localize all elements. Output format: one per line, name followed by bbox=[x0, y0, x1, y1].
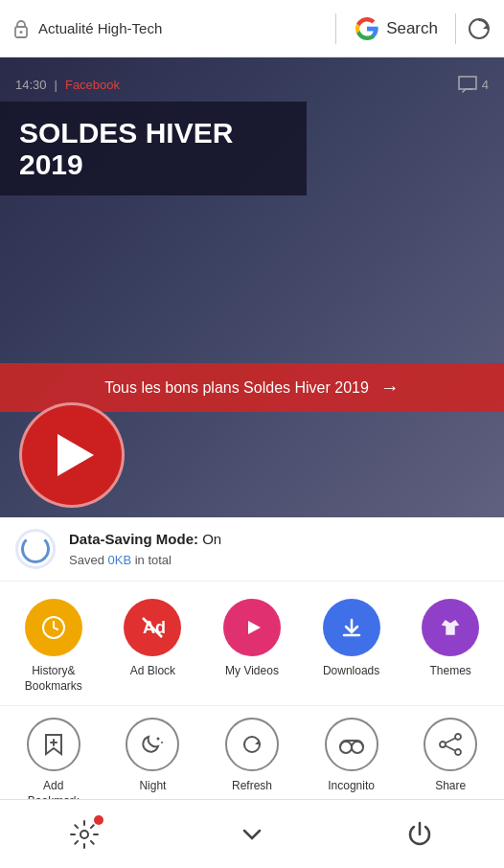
search-button[interactable]: Search bbox=[346, 15, 446, 42]
history-bookmarks-icon bbox=[25, 599, 82, 656]
ad-block-label: Ad Block bbox=[130, 664, 175, 679]
settings-button[interactable] bbox=[56, 806, 113, 863]
news-time: 14:30 bbox=[15, 78, 47, 92]
action-themes[interactable]: Themes bbox=[407, 599, 493, 679]
svg-marker-3 bbox=[483, 24, 488, 29]
history-bookmarks-label: History&Bookmarks bbox=[25, 664, 82, 694]
action-row-1: History&Bookmarks Ad Ad Block My Videos bbox=[0, 591, 504, 701]
themes-label: Themes bbox=[429, 664, 470, 679]
search-label: Search bbox=[386, 19, 438, 38]
refresh-icon bbox=[225, 718, 279, 771]
cta-text: Tous les bons plans Soldes Hiver 2019 bbox=[104, 379, 369, 397]
data-saving-label: Data-Saving Mode: bbox=[69, 531, 198, 547]
data-saving-bar: Data-Saving Mode: On Saved 0KB in total bbox=[0, 517, 504, 582]
google-g-icon bbox=[354, 15, 380, 42]
news-header: 14:30 | Facebook 4 bbox=[0, 67, 504, 102]
power-button[interactable] bbox=[391, 806, 448, 863]
news-source[interactable]: Facebook bbox=[65, 78, 120, 92]
data-saving-icon bbox=[15, 529, 56, 569]
data-circle-spinner bbox=[21, 535, 50, 563]
data-saving-sub-suffix: in total bbox=[131, 553, 172, 567]
svg-point-10 bbox=[161, 742, 163, 743]
bottom-nav bbox=[0, 799, 504, 868]
action-ad-block[interactable]: Ad Ad Block bbox=[109, 599, 195, 679]
action-night[interactable]: Night bbox=[109, 718, 195, 794]
refresh-label: Refresh bbox=[232, 779, 272, 794]
action-downloads[interactable]: Downloads bbox=[309, 599, 395, 679]
night-label: Night bbox=[139, 779, 166, 794]
data-saving-text: Data-Saving Mode: On Saved 0KB in total bbox=[69, 529, 221, 569]
downloads-icon bbox=[323, 599, 380, 656]
lock-icon bbox=[11, 19, 31, 38]
row-separator bbox=[0, 705, 504, 706]
svg-marker-7 bbox=[248, 621, 261, 634]
svg-marker-11 bbox=[255, 740, 260, 744]
svg-point-16 bbox=[440, 742, 446, 747]
chat-icon: 4 bbox=[457, 75, 489, 94]
headline-line2: 2019 bbox=[19, 148, 287, 180]
add-bookmark-icon bbox=[27, 718, 80, 771]
action-history-bookmarks[interactable]: History&Bookmarks bbox=[11, 599, 97, 694]
content-area: 14:30 | Facebook 4 SOLDES HIVER 2019 Tou… bbox=[0, 57, 504, 517]
svg-point-17 bbox=[80, 831, 88, 838]
svg-point-1 bbox=[20, 31, 23, 34]
data-saving-amount: 0KB bbox=[107, 553, 131, 567]
action-incognito[interactable]: Incognito bbox=[309, 718, 395, 794]
power-icon bbox=[404, 819, 435, 850]
headline-line1: SOLDES HIVER bbox=[19, 117, 287, 148]
reload-button[interactable] bbox=[466, 15, 493, 42]
chevron-button[interactable] bbox=[223, 806, 281, 863]
headline-block: SOLDES HIVER 2019 bbox=[0, 102, 307, 195]
downloads-label: Downloads bbox=[323, 664, 379, 679]
incognito-icon bbox=[325, 718, 378, 771]
action-add-bookmark[interactable]: AddBookmark bbox=[11, 718, 97, 809]
action-my-videos[interactable]: My Videos bbox=[209, 599, 295, 679]
svg-point-14 bbox=[455, 734, 461, 740]
top-bar: Actualité High-Tech Search bbox=[0, 0, 504, 57]
data-saving-sub-prefix: Saved bbox=[69, 553, 107, 567]
share-label: Share bbox=[435, 779, 466, 794]
svg-point-9 bbox=[157, 738, 160, 741]
action-refresh[interactable]: Refresh bbox=[209, 718, 295, 794]
settings-notification-dot bbox=[94, 815, 103, 825]
action-share[interactable]: Share bbox=[407, 718, 493, 794]
play-triangle-icon bbox=[57, 434, 94, 476]
themes-icon bbox=[422, 599, 479, 656]
ad-block-icon: Ad bbox=[124, 599, 181, 656]
night-icon bbox=[126, 718, 179, 771]
incognito-label: Incognito bbox=[328, 779, 375, 794]
data-saving-status: On bbox=[202, 531, 221, 547]
chevron-down-icon bbox=[237, 819, 267, 850]
comment-count: 4 bbox=[482, 78, 489, 92]
cta-arrow: → bbox=[380, 377, 400, 399]
svg-point-15 bbox=[455, 749, 461, 755]
divider-2 bbox=[455, 13, 456, 44]
my-videos-icon bbox=[223, 599, 281, 656]
my-videos-label: My Videos bbox=[225, 664, 279, 679]
site-title: Actualité High-Tech bbox=[38, 20, 162, 36]
address-bar[interactable]: Actualité High-Tech bbox=[11, 19, 326, 38]
share-icon bbox=[424, 718, 477, 771]
divider-1 bbox=[335, 13, 336, 44]
play-button[interactable] bbox=[19, 402, 125, 508]
